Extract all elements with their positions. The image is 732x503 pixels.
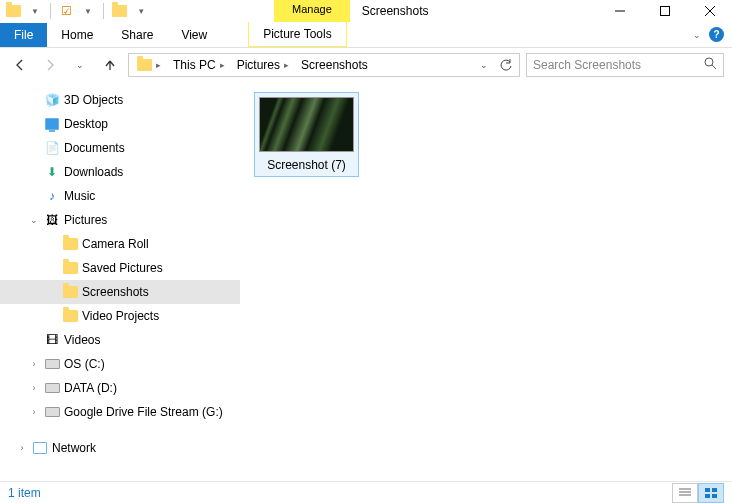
- breadcrumb-label: Screenshots: [301, 58, 368, 72]
- svg-point-4: [705, 58, 713, 66]
- chevron-right-icon[interactable]: ›: [28, 407, 40, 417]
- chevron-down-icon[interactable]: ⌄: [693, 30, 701, 40]
- folder-icon: [62, 236, 78, 252]
- chevron-right-icon[interactable]: ›: [28, 383, 40, 393]
- tree-item-drive-d[interactable]: ›DATA (D:): [0, 376, 240, 400]
- tab-share[interactable]: Share: [107, 23, 167, 47]
- navigation-tree[interactable]: 🧊3D Objects Desktop 📄Documents ⬇Download…: [0, 82, 240, 481]
- help-icon[interactable]: ?: [709, 27, 724, 42]
- svg-rect-11: [705, 494, 710, 498]
- desktop-icon: [44, 116, 60, 132]
- details-view-button[interactable]: [672, 483, 698, 503]
- window-title: Screenshots: [350, 0, 441, 18]
- file-name: Screenshot (7): [259, 158, 354, 172]
- tree-item-drive-c[interactable]: ›OS (C:): [0, 352, 240, 376]
- tree-item-network[interactable]: ›Network: [0, 436, 240, 460]
- breadcrumb-segment[interactable]: Pictures▸: [231, 58, 295, 72]
- thumbnail-image: [259, 97, 354, 152]
- minimize-button[interactable]: [597, 0, 642, 22]
- chevron-down-icon[interactable]: ⌄: [28, 215, 40, 225]
- tab-picture-tools[interactable]: Picture Tools: [248, 22, 346, 47]
- chevron-down-icon[interactable]: ▼: [79, 2, 97, 20]
- drive-icon: [44, 404, 60, 420]
- tree-label: DATA (D:): [64, 381, 117, 395]
- chevron-down-icon[interactable]: ▼: [26, 2, 44, 20]
- tree-label: Downloads: [64, 165, 123, 179]
- three-d-objects-icon: 🧊: [44, 92, 60, 108]
- tree-item-documents[interactable]: 📄Documents: [0, 136, 240, 160]
- address-dropdown-button[interactable]: ⌄: [473, 54, 495, 76]
- breadcrumb-label: Pictures: [237, 58, 280, 72]
- pictures-icon: 🖼: [44, 212, 60, 228]
- breadcrumb-segment[interactable]: This PC▸: [167, 58, 231, 72]
- address-bar[interactable]: ▸ This PC▸ Pictures▸ Screenshots ⌄: [128, 53, 520, 77]
- drive-icon: [44, 356, 60, 372]
- downloads-icon: ⬇: [44, 164, 60, 180]
- forward-button[interactable]: [38, 53, 62, 77]
- svg-line-5: [712, 65, 716, 69]
- network-icon: [32, 440, 48, 456]
- tree-label: Screenshots: [82, 285, 149, 299]
- tree-label: Music: [64, 189, 95, 203]
- tree-label: Network: [52, 441, 96, 455]
- overflow-icon[interactable]: ▾: [132, 2, 150, 20]
- refresh-button[interactable]: [495, 54, 517, 76]
- search-box[interactable]: [526, 53, 724, 77]
- contextual-tab-group: Manage: [274, 0, 350, 22]
- music-icon: ♪: [44, 188, 60, 204]
- folder-icon: [62, 284, 78, 300]
- tree-item-3d-objects[interactable]: 🧊3D Objects: [0, 88, 240, 112]
- tree-item-drive-g[interactable]: ›Google Drive File Stream (G:): [0, 400, 240, 424]
- tree-item-saved-pictures[interactable]: Saved Pictures: [0, 256, 240, 280]
- recent-locations-button[interactable]: ⌄: [68, 53, 92, 77]
- search-icon[interactable]: [704, 57, 717, 73]
- svg-rect-9: [705, 488, 710, 492]
- tree-label: Camera Roll: [82, 237, 149, 251]
- chevron-right-icon[interactable]: ›: [28, 359, 40, 369]
- tree-item-screenshots[interactable]: Screenshots: [0, 280, 240, 304]
- tree-label: Desktop: [64, 117, 108, 131]
- tree-item-video-projects[interactable]: Video Projects: [0, 304, 240, 328]
- separator: [50, 3, 51, 19]
- breadcrumb-label: This PC: [173, 58, 216, 72]
- breadcrumb-root-icon[interactable]: ▸: [131, 59, 167, 71]
- status-item-count: 1 item: [8, 486, 41, 500]
- tree-item-music[interactable]: ♪Music: [0, 184, 240, 208]
- tree-item-pictures[interactable]: ⌄🖼Pictures: [0, 208, 240, 232]
- tree-item-camera-roll[interactable]: Camera Roll: [0, 232, 240, 256]
- tree-item-videos[interactable]: 🎞Videos: [0, 328, 240, 352]
- tree-item-desktop[interactable]: Desktop: [0, 112, 240, 136]
- tree-label: Documents: [64, 141, 125, 155]
- folder-icon: [110, 2, 128, 20]
- search-input[interactable]: [533, 58, 717, 72]
- up-button[interactable]: [98, 53, 122, 77]
- navigation-bar: ⌄ ▸ This PC▸ Pictures▸ Screenshots ⌄: [0, 48, 732, 82]
- breadcrumb-segment[interactable]: Screenshots: [295, 58, 374, 72]
- file-list[interactable]: Screenshot (7): [240, 82, 732, 481]
- svg-rect-10: [712, 488, 717, 492]
- maximize-button[interactable]: [642, 0, 687, 22]
- folder-icon: [62, 308, 78, 324]
- chevron-right-icon[interactable]: ›: [16, 443, 28, 453]
- tree-label: Video Projects: [82, 309, 159, 323]
- drive-icon: [44, 380, 60, 396]
- quick-access-toolbar: ▼ ☑ ▼ ▾: [0, 0, 154, 22]
- tab-file[interactable]: File: [0, 23, 47, 47]
- ribbon-tabs: File Home Share View Picture Tools ⌄ ?: [0, 22, 732, 48]
- separator: [103, 3, 104, 19]
- back-button[interactable]: [8, 53, 32, 77]
- tree-label: Videos: [64, 333, 100, 347]
- properties-icon[interactable]: ☑: [57, 2, 75, 20]
- tab-home[interactable]: Home: [47, 23, 107, 47]
- tab-view[interactable]: View: [167, 23, 221, 47]
- file-item[interactable]: Screenshot (7): [254, 92, 359, 177]
- thumbnails-view-button[interactable]: [698, 483, 724, 503]
- svg-rect-12: [712, 494, 717, 498]
- status-bar: 1 item: [0, 481, 732, 503]
- folder-icon: [62, 260, 78, 276]
- tree-label: Google Drive File Stream (G:): [64, 405, 223, 419]
- tree-label: Pictures: [64, 213, 107, 227]
- title-bar: ▼ ☑ ▼ ▾ Manage Screenshots: [0, 0, 732, 22]
- close-button[interactable]: [687, 0, 732, 22]
- tree-item-downloads[interactable]: ⬇Downloads: [0, 160, 240, 184]
